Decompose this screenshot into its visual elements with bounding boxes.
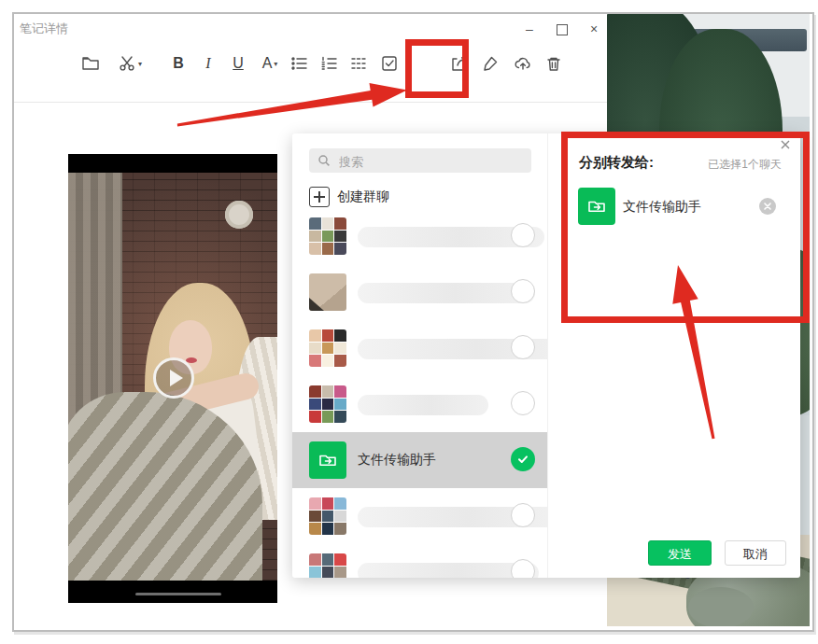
plus-icon <box>309 187 330 207</box>
remove-selected-icon[interactable] <box>759 198 776 215</box>
contact-row[interactable] <box>292 376 547 432</box>
folder-icon[interactable] <box>78 51 103 76</box>
video-thumbnail[interactable] <box>68 154 277 603</box>
window-title: 笔记详情 <box>20 21 68 37</box>
close-button[interactable]: × <box>584 21 604 38</box>
trash-icon[interactable] <box>542 51 566 76</box>
contact-list: 文件传输助手 <box>292 208 547 578</box>
contact-avatar <box>309 217 346 255</box>
contact-avatar <box>309 441 346 479</box>
underline-button[interactable]: U <box>226 51 250 76</box>
maximize-button[interactable] <box>552 21 572 38</box>
search-field[interactable] <box>337 150 528 173</box>
forward-to-pane: 分别转发给: 已选择1个聊天 文件传输助手 发送 取消 <box>548 133 800 578</box>
redacted-contact-name <box>358 283 535 303</box>
tag-icon[interactable] <box>478 51 502 76</box>
bullet-list-icon[interactable] <box>288 51 312 76</box>
search-icon <box>317 154 331 167</box>
contact-avatar <box>309 385 346 423</box>
check-selected-icon[interactable] <box>511 447 535 471</box>
italic-button[interactable]: I <box>196 51 220 76</box>
cloud-upload-icon[interactable] <box>511 51 535 76</box>
chevron-down-icon: ▾ <box>274 60 277 68</box>
numbered-list-icon[interactable] <box>317 51 342 76</box>
contact-avatar <box>309 273 346 311</box>
wall-lamp <box>225 201 253 229</box>
dialog-close-icon[interactable] <box>779 138 792 151</box>
send-button[interactable]: 发送 <box>648 540 712 566</box>
redacted-contact-name <box>358 395 488 415</box>
search-input[interactable] <box>309 148 531 173</box>
selected-count: 已选择1个聊天 <box>708 157 782 173</box>
radio-unselected-icon[interactable] <box>511 279 535 303</box>
contact-row[interactable]: 文件传输助手 <box>292 432 547 488</box>
contact-row[interactable] <box>292 320 547 376</box>
contact-name: 文件传输助手 <box>358 452 436 469</box>
radio-unselected-icon[interactable] <box>511 559 535 578</box>
contact-row[interactable] <box>292 544 547 578</box>
video-progress-bar <box>135 593 221 595</box>
cancel-button[interactable]: 取消 <box>725 540 786 566</box>
contact-avatar <box>309 553 346 578</box>
forward-title: 分别转发给: <box>579 154 654 172</box>
chevron-down-icon: ▾ <box>138 60 142 68</box>
bold-button[interactable]: B <box>166 51 190 76</box>
forward-dialog: 创建群聊 文件传输助手 <box>292 133 800 578</box>
radio-unselected-icon[interactable] <box>511 503 535 527</box>
cut-icon[interactable]: ▾ <box>113 51 147 76</box>
file-transfer-icon <box>317 449 339 471</box>
radio-unselected-icon[interactable] <box>511 223 535 247</box>
radio-unselected-icon[interactable] <box>511 391 535 415</box>
contact-avatar <box>309 497 346 535</box>
contact-row[interactable] <box>292 208 547 264</box>
share-icon[interactable] <box>446 51 471 76</box>
contact-row[interactable] <box>292 264 547 320</box>
contact-avatar <box>309 329 346 367</box>
play-button-icon[interactable] <box>153 357 194 399</box>
contact-row[interactable] <box>292 488 547 544</box>
contact-picker-pane: 创建群聊 文件传输助手 <box>292 133 548 578</box>
selected-chat-item: 文件传输助手 <box>548 188 800 227</box>
font-color-button[interactable]: A ▾ <box>254 51 286 76</box>
minimize-button[interactable]: – <box>519 21 540 38</box>
radio-unselected-icon[interactable] <box>511 335 535 359</box>
toolbar-separator <box>14 102 607 103</box>
create-group-chat-button[interactable]: 创建群聊 <box>309 186 389 208</box>
divider-list-icon[interactable] <box>347 51 372 76</box>
selected-chat-name: 文件传输助手 <box>623 199 701 216</box>
file-transfer-icon <box>578 188 615 225</box>
checkbox-icon[interactable] <box>377 51 402 76</box>
